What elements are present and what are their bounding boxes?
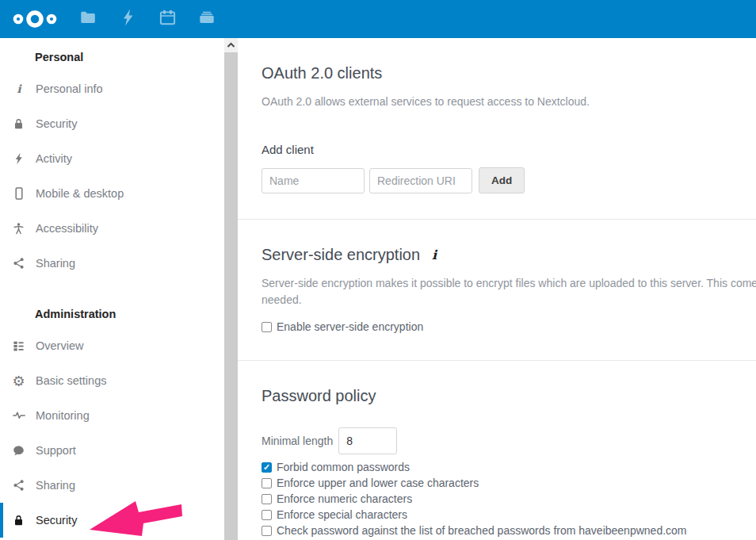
password-policy-title: Password policy [262, 361, 756, 405]
scrollbar-thumb[interactable] [224, 52, 238, 540]
minimal-length-label: Minimal length [262, 435, 333, 447]
checkbox[interactable] [262, 462, 272, 473]
sidebar-item-label: Sharing [36, 479, 75, 492]
oauth-section-title: OAuth 2.0 clients [262, 38, 756, 82]
sidebar-item-security[interactable]: Security [0, 503, 224, 538]
lock-icon [12, 514, 25, 527]
sidebar-item-label: Security [36, 117, 77, 130]
sidebar-section-administration: AdministrationOverview⚙Basic settingsMon… [0, 281, 224, 538]
app-activity-button[interactable] [118, 0, 137, 38]
lock-icon [12, 117, 25, 131]
sidebar-item-activity[interactable]: Activity [0, 141, 224, 176]
sidebar-item-security[interactable]: Security [0, 106, 224, 141]
enable-encryption-row[interactable]: Enable server-side encryption [262, 319, 756, 335]
settings-main-content: OAuth 2.0 clients OAuth 2.0 allows exter… [238, 38, 756, 538]
gear-icon: ⚙ [12, 374, 25, 388]
client-name-input[interactable] [262, 168, 365, 193]
sidebar-item-label: Accessibility [36, 222, 98, 235]
share-icon [12, 257, 25, 270]
sidebar-item-label: Mobile & desktop [36, 187, 124, 200]
password-policy-section: Password policy Minimal length Forbid co… [238, 361, 756, 538]
sidebar-section-personal: PersonaliPersonal infoSecurityActivityMo… [0, 38, 224, 281]
minimal-length-input[interactable] [338, 427, 397, 454]
minimal-length-row: Minimal length [262, 427, 756, 454]
enable-encryption-label: Enable server-side encryption [277, 320, 423, 333]
info-icon: i [12, 82, 25, 96]
sidebar-item-label: Personal info [36, 82, 103, 95]
app-calendar-button[interactable] [158, 0, 177, 38]
checkbox-label: Forbid common passwords [277, 461, 410, 473]
sidebar-item-label: Basic settings [36, 374, 106, 387]
sidebar-item-label: Support [36, 444, 76, 457]
encryption-description: Server-side encryption makes it possible… [262, 275, 756, 308]
chevron-up-icon [227, 42, 235, 48]
sidebar-item-accessibility[interactable]: Accessibility [0, 211, 224, 246]
checkbox-label: Check password against the list of breac… [277, 524, 687, 537]
sidebar-item-basic-settings[interactable]: ⚙Basic settings [0, 363, 224, 398]
support-icon [12, 444, 25, 458]
checkbox[interactable] [262, 510, 272, 520]
sidebar-item-label: Activity [36, 152, 72, 165]
info-icon[interactable]: i [432, 247, 437, 262]
nextcloud-logo[interactable] [8, 0, 62, 38]
oauth-section: OAuth 2.0 clients OAuth 2.0 allows exter… [238, 38, 756, 193]
password-policy-options: Forbid common passwordsEnforce upper and… [262, 459, 756, 538]
encryption-section: Server-side encryption i Server-side enc… [238, 220, 756, 335]
app-files-button[interactable] [78, 0, 97, 38]
sidebar-item-mobile-desktop[interactable]: Mobile & desktop [0, 176, 224, 211]
sidebar-item-label: Overview [36, 339, 83, 352]
sidebar-caption-personal: Personal [0, 38, 224, 71]
sidebar-item-label: Security [36, 514, 77, 527]
deck-icon [198, 9, 216, 29]
policy-option-forbid-common-passwords[interactable]: Forbid common passwords [262, 459, 756, 475]
sidebar-item-support[interactable]: Support [0, 433, 224, 468]
checkbox-label: Enforce upper and lower case characters [277, 477, 479, 489]
add-client-label: Add client [262, 143, 756, 156]
add-client-form: Add [262, 167, 756, 193]
calendar-icon [158, 9, 177, 30]
checkbox-label: Enforce special characters [277, 508, 407, 521]
policy-option-check-password-against-the-list-of-breac[interactable]: Check password against the list of breac… [262, 523, 756, 538]
encryption-section-title: Server-side encryption [262, 220, 420, 264]
svg-text:i: i [17, 82, 22, 95]
sidebar-item-personal-info[interactable]: iPersonal info [0, 71, 224, 106]
top-header-bar [0, 0, 756, 38]
accessibility-icon [12, 222, 25, 236]
app-deck-button[interactable] [197, 0, 216, 38]
enable-encryption-checkbox[interactable] [262, 322, 272, 332]
sidebar-item-overview[interactable]: Overview [0, 328, 224, 363]
phone-icon [12, 187, 25, 201]
sidebar-item-monitoring[interactable]: Monitoring [0, 398, 224, 433]
sidebar-item-sharing[interactable]: Sharing [0, 246, 224, 281]
settings-sidebar: PersonaliPersonal infoSecurityActivityMo… [0, 38, 224, 540]
sidebar-caption-administration: Administration [0, 281, 224, 328]
folder-icon [79, 9, 97, 29]
sidebar-item-label: Monitoring [36, 409, 90, 422]
app-icons-row [78, 0, 237, 38]
checkbox[interactable] [262, 494, 272, 504]
overview-icon [12, 339, 25, 353]
redirection-uri-input[interactable] [369, 168, 472, 193]
checkbox[interactable] [262, 478, 272, 488]
policy-option-enforce-numeric-characters[interactable]: Enforce numeric characters [262, 491, 756, 507]
monitoring-icon [12, 409, 25, 423]
sidebar-scrollbar[interactable] [224, 38, 238, 540]
sidebar-item-label: Sharing [36, 257, 75, 270]
lightning-icon [12, 152, 25, 166]
oauth-section-description: OAuth 2.0 allows external services to re… [262, 95, 756, 108]
add-client-button[interactable]: Add [479, 167, 525, 193]
sidebar-item-sharing[interactable]: Sharing [0, 468, 224, 503]
share-icon [12, 479, 25, 492]
checkbox-label: Enforce numeric characters [277, 492, 412, 505]
lightning-icon [120, 8, 135, 30]
policy-option-enforce-upper-and-lower-case-characters[interactable]: Enforce upper and lower case characters [262, 475, 756, 491]
scrollbar-up-button[interactable] [224, 38, 238, 52]
checkbox[interactable] [262, 526, 272, 536]
policy-option-enforce-special-characters[interactable]: Enforce special characters [262, 507, 756, 523]
